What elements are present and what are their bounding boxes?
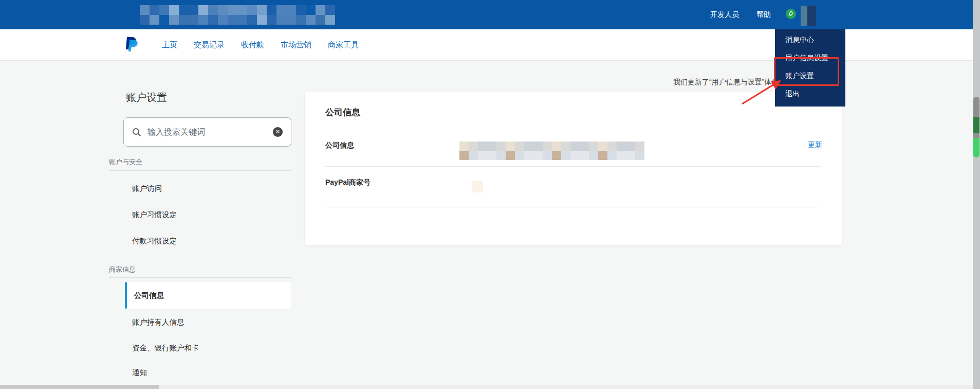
developer-link[interactable]: 开发人员: [710, 10, 739, 20]
update-notification-text: 我们更新了“用户信息与设置”体验: [673, 78, 779, 87]
redaction-pixel: [159, 5, 169, 15]
redaction-pixel: [607, 151, 617, 160]
nav-item-seller-tools[interactable]: 商家工具: [328, 40, 359, 50]
redaction-pixel: [589, 142, 598, 151]
redaction-pixel: [316, 15, 325, 25]
redaction-block: [801, 6, 807, 26]
redaction-pixel: [469, 151, 478, 160]
redaction-pixel: [140, 5, 150, 15]
redaction-pixel: [325, 15, 335, 25]
sidebar-item-account-access[interactable]: 账户访问: [132, 184, 162, 193]
sidebar-item-business-info-selected[interactable]: 公司信息: [125, 282, 291, 309]
redaction-pixel: [469, 142, 478, 151]
divider: [325, 207, 821, 207]
redaction-pixel: [598, 142, 607, 151]
menu-item-profile-settings[interactable]: 用户信息设置: [785, 54, 842, 63]
redaction-pixel: [487, 142, 496, 151]
redaction-pixel: [218, 5, 228, 15]
card-title: 公司信息: [325, 107, 360, 118]
sidebar-item-label: 公司信息: [134, 291, 164, 300]
redaction-pixel: [316, 5, 325, 15]
redaction-pixel: [496, 151, 506, 160]
redaction-pixel: [267, 5, 276, 15]
redaction-pixel: [589, 151, 598, 160]
sidebar-item-payment-preferences[interactable]: 付款习惯设定: [132, 236, 177, 246]
redaction-pixel: [286, 15, 296, 25]
redaction-pixel: [478, 142, 487, 151]
redacted-user-name[interactable]: [801, 6, 816, 26]
divider: [109, 277, 291, 278]
redaction-pixel: [237, 5, 247, 15]
redaction-pixel: [247, 15, 257, 25]
redaction-pixel: [515, 151, 524, 160]
avatar-swirl-icon: [787, 10, 794, 17]
topbar: 开发人员 帮助: [0, 0, 980, 29]
sidebar-item-notifications[interactable]: 通知: [132, 368, 147, 378]
redaction-pixel: [276, 15, 286, 25]
divider: [109, 170, 291, 171]
user-avatar[interactable]: [786, 9, 796, 19]
redaction-pixel: [179, 15, 189, 25]
sidebar-item-money-banks-cards[interactable]: 资金、银行账户和卡: [132, 343, 199, 353]
redaction-pixel: [598, 151, 607, 160]
help-link[interactable]: 帮助: [756, 10, 771, 20]
redaction-pixel: [286, 5, 296, 15]
redaction-pixel: [296, 5, 306, 15]
redaction-pixel: [515, 142, 524, 151]
business-info-card: 公司信息 公司信息 更新 PayPal商家号: [305, 92, 842, 245]
redaction-pixel: [496, 142, 506, 151]
redaction-pixel: [198, 15, 208, 25]
redaction-pixel: [276, 5, 286, 15]
account-dropdown-menu: 消息中心 用户信息设置 账户设置 退出: [775, 29, 845, 107]
redaction-pixel: [487, 151, 496, 160]
redaction-pixel: [561, 151, 570, 160]
redaction-pixel: [478, 151, 487, 160]
paypal-logo-icon[interactable]: [125, 36, 138, 52]
redaction-pixel: [296, 15, 306, 25]
redaction-pixel: [459, 142, 469, 151]
redacted-merchant-logo: [140, 5, 335, 25]
redaction-pixel: [150, 15, 159, 25]
redaction-pixel: [617, 142, 626, 151]
redaction-pixel: [524, 151, 533, 160]
redaction-pixel: [208, 5, 218, 15]
scroll-thumb-segment: [973, 133, 979, 138]
menu-item-logout[interactable]: 退出: [785, 90, 842, 99]
sidebar-section-account-security: 账户与安全: [109, 157, 142, 167]
redaction-pixel: [257, 5, 267, 15]
search-input[interactable]: [147, 128, 273, 137]
vertical-scrollbar-thumb[interactable]: [973, 97, 979, 157]
horizontal-scrollbar-thumb[interactable]: [0, 385, 159, 389]
redaction-pixel: [570, 151, 580, 160]
redaction-pixel: [218, 15, 228, 25]
redaction-pixel: [617, 151, 626, 160]
redaction-pixel: [189, 15, 198, 25]
nav-item-marketing[interactable]: 市场营销: [281, 40, 311, 50]
divider: [325, 166, 821, 167]
redaction-pixel: [552, 142, 561, 151]
clear-search-icon[interactable]: ✕: [273, 127, 283, 137]
redaction-pixel: [140, 15, 150, 25]
menu-item-account-settings[interactable]: 账户设置: [785, 72, 842, 81]
redaction-pixel: [179, 5, 189, 15]
scroll-marker-green-bright: [973, 138, 979, 157]
menu-item-message-center[interactable]: 消息中心: [785, 36, 842, 45]
nav-item-home[interactable]: 主页: [162, 40, 177, 50]
redaction-pixel: [635, 151, 644, 160]
update-link[interactable]: 更新: [808, 140, 822, 150]
redaction-pixel: [208, 15, 218, 25]
sidebar-item-account-preferences[interactable]: 账户习惯设定: [132, 210, 177, 220]
redaction-pixel: [506, 142, 515, 151]
sidebar-item-account-owner-info[interactable]: 账户持有人信息: [132, 317, 184, 327]
scroll-marker-green-dark: [973, 117, 979, 133]
nav-item-payments[interactable]: 收付款: [241, 40, 264, 50]
redaction-pixel: [506, 151, 515, 160]
redaction-pixel: [533, 142, 543, 151]
vertical-scrollbar-track[interactable]: [973, 0, 980, 389]
redaction-pixel: [626, 151, 635, 160]
redaction-block: [807, 6, 816, 26]
redaction-pixel: [159, 15, 169, 25]
horizontal-scrollbar-track[interactable]: [0, 385, 973, 389]
nav-item-activity[interactable]: 交易记录: [194, 40, 225, 50]
redaction-pixel: [169, 5, 179, 15]
